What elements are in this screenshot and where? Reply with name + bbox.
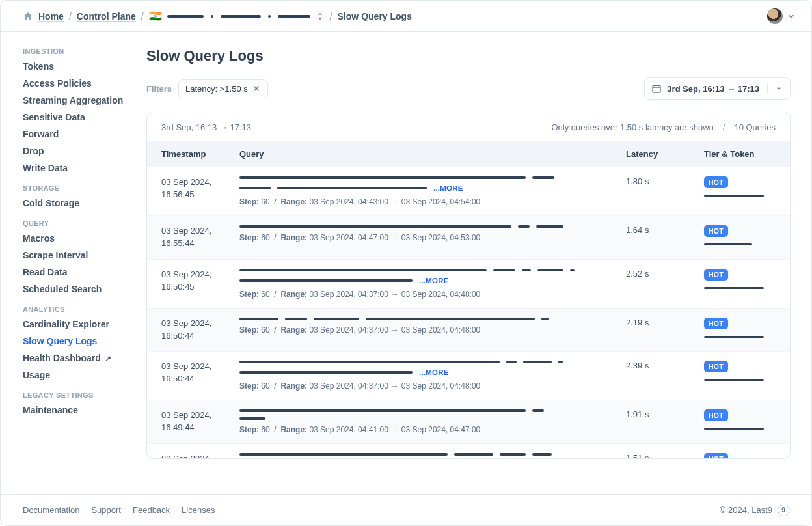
cell-timestamp: 03 Sep 2024,16:50:44: [161, 318, 239, 342]
footer-link-licenses[interactable]: Licenses: [182, 505, 215, 515]
table-row[interactable]: 03 Sep 2024,16:50:44Step: 60 / Range: 03…: [147, 308, 790, 352]
cell-timestamp: 03 Sep 2024,16:48:00: [161, 453, 239, 458]
sidebar-item-maintenance[interactable]: Maintenance: [23, 406, 131, 415]
sidebar-item-forward[interactable]: Forward: [23, 130, 131, 139]
copyright: © 2024, Last9: [720, 505, 772, 515]
token-redacted: [704, 428, 764, 430]
table-row[interactable]: 03 Sep 2024,16:56:45...MOREStep: 60 / Ra…: [147, 167, 790, 215]
cell-tier: HOT: [704, 409, 776, 434]
sidebar-item-scrape-interval[interactable]: Scrape Interval: [23, 251, 131, 260]
table-row[interactable]: 03 Sep 2024,16:49:44Step: 60 / Range: 03…: [147, 400, 790, 443]
sidebar-item-write-data[interactable]: Write Data: [23, 163, 131, 173]
sidebar-item-read-data[interactable]: Read Data: [23, 268, 131, 277]
results-panel: 3rd Sep, 16:13 → 17:13 Only queries over…: [146, 113, 791, 459]
table-row[interactable]: 03 Sep 2024,16:50:45...MOREStep: 60 / Ra…: [147, 259, 790, 308]
sidebar-item-cold-storage[interactable]: Cold Storage: [23, 199, 131, 208]
cell-query: Step: 60 / Range: 03 Sep 2024, 04:40:00→…: [239, 453, 626, 458]
panel-note: Only queries over 1.50 s latency are sho…: [551, 122, 713, 132]
breadcrumb-current: Slow Query Logs: [338, 11, 412, 21]
cell-latency: 1.91 s: [626, 409, 704, 434]
sidebar-item-macros[interactable]: Macros: [23, 234, 131, 243]
filters-label: Filters: [146, 84, 172, 94]
table-header: Timestamp Query Latency Tier & Token: [147, 141, 790, 167]
token-redacted: [704, 379, 764, 381]
cell-query: Step: 60 / Range: 03 Sep 2024, 04:41:00→…: [239, 409, 626, 434]
query-meta: Step: 60 / Range: 03 Sep 2024, 04:41:00→…: [239, 425, 613, 434]
main-content: Slow Query Logs Filters Latency: >1.50 s…: [131, 32, 811, 494]
tier-badge: HOT: [704, 361, 728, 372]
cell-latency: 1.51 s: [626, 453, 704, 458]
tier-badge: HOT: [704, 318, 728, 329]
chevron-down-icon: [787, 12, 796, 21]
caret-down-icon: [774, 84, 783, 93]
footer-link-feedback[interactable]: Feedback: [133, 505, 170, 515]
user-menu[interactable]: [767, 8, 796, 24]
cell-tier: HOT: [704, 269, 776, 299]
filter-chip-latency[interactable]: Latency: >1.50 s: [178, 79, 268, 98]
sidebar-item-sensitive-data[interactable]: Sensitive Data: [23, 113, 131, 122]
footer-link-documentation[interactable]: Documentation: [23, 505, 79, 515]
tier-badge: HOT: [704, 225, 728, 237]
cell-query: ...MOREStep: 60 / Range: 03 Sep 2024, 04…: [239, 361, 626, 391]
cell-latency: 2.39 s: [626, 361, 704, 391]
cell-tier: HOT: [704, 361, 776, 391]
sidebar-item-drop[interactable]: Drop: [23, 146, 131, 156]
sidebar-group-head: STORAGE: [23, 184, 131, 192]
cell-query: ...MOREStep: 60 / Range: 03 Sep 2024, 04…: [239, 269, 626, 299]
sidebar: INGESTIONTokensAccess PoliciesStreaming …: [1, 32, 131, 494]
col-timestamp: Timestamp: [161, 149, 239, 159]
table-row[interactable]: 03 Sep 2024,16:48:00Step: 60 / Range: 03…: [147, 443, 790, 458]
sidebar-item-streaming-aggregation[interactable]: Streaming Aggregation: [23, 96, 131, 105]
sidebar-item-health-dashboard[interactable]: Health Dashboard ↗: [23, 353, 131, 363]
sidebar-item-scheduled-search[interactable]: Scheduled Search: [23, 284, 131, 294]
top-bar: Home / Control Plane / 🇮🇳 / Slow Query L…: [1, 1, 811, 32]
cell-tier: HOT: [704, 176, 776, 206]
page-title: Slow Query Logs: [146, 48, 791, 64]
filters-row: Filters Latency: >1.50 s 3rd Sep, 16:13 …: [146, 77, 791, 100]
expand-more[interactable]: ...MORE: [433, 184, 463, 192]
token-redacted: [704, 195, 764, 197]
home-icon: [23, 11, 33, 21]
sidebar-group-head: INGESTION: [23, 48, 131, 55]
sidebar-item-slow-query-logs[interactable]: Slow Query Logs: [23, 337, 131, 346]
cell-query: Step: 60 / Range: 03 Sep 2024, 04:47:00→…: [239, 225, 626, 250]
breadcrumb-control-plane[interactable]: Control Plane: [77, 11, 136, 21]
footer: DocumentationSupportFeedbackLicenses © 2…: [1, 494, 811, 525]
query-meta: Step: 60 / Range: 03 Sep 2024, 04:43:00→…: [239, 197, 613, 206]
col-query: Query: [239, 149, 626, 159]
cell-latency: 2.52 s: [626, 269, 704, 299]
query-meta: Step: 60 / Range: 03 Sep 2024, 04:37:00→…: [239, 290, 613, 299]
sidebar-item-tokens[interactable]: Tokens: [23, 62, 131, 71]
token-redacted: [704, 287, 764, 289]
col-latency: Latency: [626, 149, 704, 159]
footer-link-support[interactable]: Support: [91, 505, 121, 515]
col-tier: Tier & Token: [704, 149, 776, 159]
table-row[interactable]: 03 Sep 2024,16:50:44...MOREStep: 60 / Ra…: [147, 351, 790, 400]
cluster-selector[interactable]: 🇮🇳: [149, 11, 325, 21]
cell-latency: 2.19 s: [626, 318, 704, 342]
time-range-picker[interactable]: 3rd Sep, 16:13 → 17:13: [644, 77, 791, 100]
cell-query: Step: 60 / Range: 03 Sep 2024, 04:37:00→…: [239, 318, 626, 342]
sidebar-group-head: ANALYTICS: [23, 305, 131, 313]
expand-more[interactable]: ...MORE: [419, 368, 449, 376]
sidebar-item-cardinality-explorer[interactable]: Cardinality Explorer: [23, 320, 131, 329]
sidebar-item-usage[interactable]: Usage: [23, 370, 131, 380]
cell-timestamp: 03 Sep 2024,16:49:44: [161, 409, 239, 434]
cell-latency: 1.64 s: [626, 225, 704, 250]
expand-more[interactable]: ...MORE: [419, 277, 449, 284]
breadcrumb-home[interactable]: Home: [38, 11, 64, 21]
cell-timestamp: 03 Sep 2024,16:50:45: [161, 269, 239, 299]
breadcrumb: Home / Control Plane / 🇮🇳 / Slow Query L…: [23, 11, 412, 21]
query-meta: Step: 60 / Range: 03 Sep 2024, 04:37:00→…: [239, 381, 613, 391]
panel-header: 3rd Sep, 16:13 → 17:13 Only queries over…: [147, 113, 790, 141]
close-icon[interactable]: [252, 84, 261, 93]
cell-timestamp: 03 Sep 2024,16:56:45: [161, 176, 239, 206]
query-meta: Step: 60 / Range: 03 Sep 2024, 04:47:00→…: [239, 233, 613, 242]
table-row[interactable]: 03 Sep 2024,16:55:44Step: 60 / Range: 03…: [147, 215, 790, 259]
cell-tier: HOT: [704, 453, 776, 458]
tier-badge: HOT: [704, 176, 728, 188]
panel-range: 3rd Sep, 16:13 → 17:13: [161, 122, 251, 132]
cell-tier: HOT: [704, 225, 776, 250]
sidebar-item-access-policies[interactable]: Access Policies: [23, 79, 131, 88]
cell-timestamp: 03 Sep 2024,16:50:44: [161, 361, 239, 391]
